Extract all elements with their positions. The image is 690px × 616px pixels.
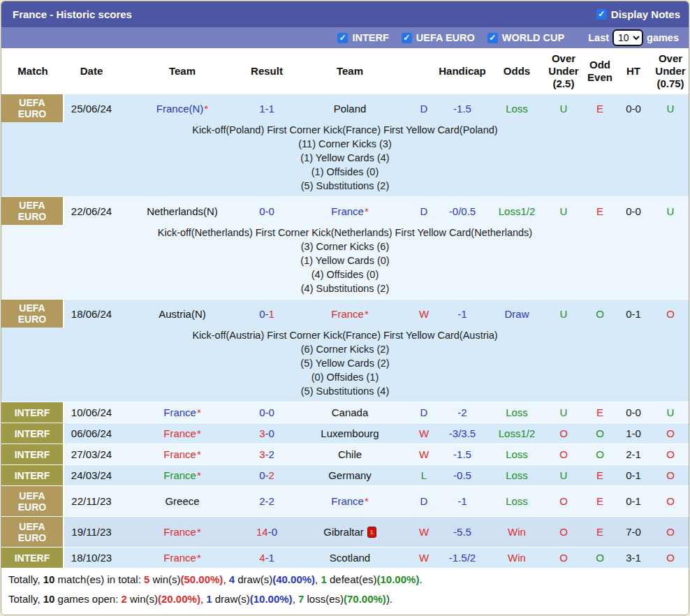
odds-cell: Loss — [489, 402, 545, 423]
over-under-075-cell: O — [649, 486, 689, 516]
result-cell: 0-0 — [246, 197, 288, 225]
filter-bar: ✓ INTERF ✓ UEFA EURO ✓ WORLD CUP Last 10… — [1, 27, 689, 48]
away-team-cell: France* — [288, 197, 412, 225]
result-cell: 0-2 — [246, 465, 288, 485]
league-badge: INTERF — [1, 465, 64, 485]
team-star-marker: * — [197, 469, 201, 481]
odd-even-cell: E — [582, 197, 617, 225]
match-row[interactable]: INTERF24/03/24France*0-2GermanyL-0.5Loss… — [1, 465, 689, 485]
handicap-cell: -0.5 — [436, 465, 489, 485]
odd-even-cell: E — [582, 94, 617, 122]
league-badge: INTERF — [1, 402, 64, 423]
home-team-cell: Greece — [119, 486, 246, 516]
col-header-ht: HT — [617, 48, 649, 94]
date-cell: 18/06/24 — [64, 300, 119, 328]
match-row[interactable]: INTERF18/10/23France*4-1ScotlandW-1.5/2W… — [1, 548, 689, 568]
team-name: Canada — [332, 406, 369, 418]
wdl-cell: W — [412, 517, 436, 547]
match-block: INTERF24/03/24France*0-2GermanyL-0.5Loss… — [1, 464, 689, 485]
home-team-cell: France* — [119, 402, 246, 423]
ht-cell: 0-0 — [617, 94, 649, 122]
date-cell: 24/03/24 — [64, 465, 119, 485]
first-events-line: Kick-off(Netherlands) First Corner Kick(… — [1, 226, 689, 240]
over-under-25-cell: O — [545, 517, 582, 547]
last-games-select[interactable]: 10 — [612, 29, 643, 46]
stat-line: (1) Offsides (0) — [1, 165, 689, 179]
over-under-25-cell: U — [545, 402, 582, 423]
wdl-cell: L — [412, 465, 436, 485]
result-cell: 14-0 — [246, 517, 288, 547]
away-team-cell: Germany — [288, 465, 412, 485]
odd-even-cell: O — [582, 444, 617, 464]
display-notes-checkbox[interactable]: ✓ — [596, 9, 607, 20]
col-header-date: Date — [64, 48, 119, 94]
match-block: INTERF06/06/24France*3-0LuxembourgW-3/3.… — [1, 423, 689, 443]
team-name: France — [163, 427, 196, 439]
over-under-075-cell: O — [649, 465, 689, 485]
odds-cell: Loss1/2 — [489, 423, 545, 443]
wdl-cell: W — [412, 444, 436, 464]
team-star-marker: * — [204, 103, 208, 115]
team-name: Germany — [328, 469, 372, 481]
date-cell: 25/06/24 — [64, 94, 119, 122]
handicap-cell: -5.5 — [436, 517, 489, 547]
team-name: France — [163, 469, 196, 481]
result-cell: 2-2 — [246, 486, 288, 516]
interf-checkbox[interactable]: ✓ — [337, 33, 348, 43]
team-name: France — [163, 406, 196, 418]
team-name: France — [163, 448, 196, 460]
over-under-25-cell: O — [545, 444, 582, 464]
result-cell: 3-0 — [246, 423, 288, 443]
wdl-cell: W — [412, 300, 436, 328]
away-team-cell: Chile — [288, 444, 412, 464]
home-team-cell: France* — [119, 465, 246, 485]
uefa-euro-checkbox[interactable]: ✓ — [402, 33, 412, 43]
match-row[interactable]: UEFAEURO19/11/23France*14-0Gibraltar1W-5… — [1, 517, 689, 547]
wdl-cell: D — [412, 197, 436, 225]
world-cup-checkbox[interactable]: ✓ — [487, 33, 498, 43]
team-name: France — [331, 308, 364, 320]
match-block: INTERF27/03/24France*3-2ChileW-1.5LossOO… — [1, 443, 689, 464]
match-row[interactable]: UEFAEURO18/06/24Austria(N)0-1France*W-1D… — [1, 300, 689, 328]
team-name: Netherlands(N) — [147, 205, 218, 217]
result-cell: 1-1 — [246, 94, 288, 122]
over-under-25-cell: U — [545, 465, 582, 485]
match-row[interactable]: INTERF27/03/24France*3-2ChileW-1.5LossOO… — [1, 444, 689, 464]
match-block: INTERF10/06/24France*0-0CanadaD-2LossUE0… — [1, 402, 689, 423]
match-notes: Kick-off(Poland) First Corner Kick(Franc… — [1, 122, 689, 196]
title-bar: France - Historic scores ✓ Display Notes — [1, 1, 689, 27]
team-star-marker: * — [197, 448, 201, 460]
odd-even-cell: E — [582, 402, 617, 423]
match-row[interactable]: INTERF06/06/24France*3-0LuxembourgW-3/3.… — [1, 423, 689, 443]
odds-cell: Win — [489, 548, 545, 568]
col-header-odds: Odds — [489, 48, 545, 94]
match-block: INTERF18/10/23France*4-1ScotlandW-1.5/2W… — [1, 547, 689, 568]
match-row[interactable]: UEFAEURO22/06/24Netherlands(N)0-0France*… — [1, 197, 689, 225]
league-badge: INTERF — [1, 548, 64, 568]
handicap-cell: -1.5 — [436, 94, 489, 122]
date-cell: 27/03/24 — [64, 444, 119, 464]
stat-line: (3) Corner Kicks (6) — [1, 240, 689, 254]
away-team-cell: France* — [288, 300, 412, 328]
match-row[interactable]: INTERF10/06/24France*0-0CanadaD-2LossUE0… — [1, 402, 689, 423]
summary-line-total: Totally, 10 match(es) in total: 5 win(s)… — [1, 570, 689, 589]
team-star-marker: * — [365, 495, 369, 507]
result-cell: 0-1 — [246, 300, 288, 328]
odds-cell: Loss1/2 — [489, 197, 545, 225]
away-team-cell: Gibraltar1 — [288, 517, 412, 547]
result-cell: 3-2 — [246, 444, 288, 464]
team-name: France(N) — [156, 103, 204, 115]
match-row[interactable]: UEFAEURO22/11/23Greece2-2France*D-1LossO… — [1, 486, 689, 516]
team-star-marker: * — [197, 526, 201, 538]
match-row[interactable]: UEFAEURO25/06/24France(N)*1-1PolandD-1.5… — [1, 94, 689, 122]
over-under-075-cell: O — [649, 444, 689, 464]
match-block: UEFAEURO22/11/23Greece2-2France*D-1LossO… — [1, 485, 689, 516]
odd-even-cell: E — [582, 486, 617, 516]
away-team-cell: France* — [288, 486, 412, 516]
handicap-cell: -2 — [436, 402, 489, 423]
ht-cell: 1-0 — [617, 423, 649, 443]
away-team-cell: Poland — [288, 94, 412, 122]
over-under-25-cell: O — [545, 486, 582, 516]
odds-cell: Win — [489, 517, 545, 547]
over-under-075-cell: U — [649, 197, 689, 225]
